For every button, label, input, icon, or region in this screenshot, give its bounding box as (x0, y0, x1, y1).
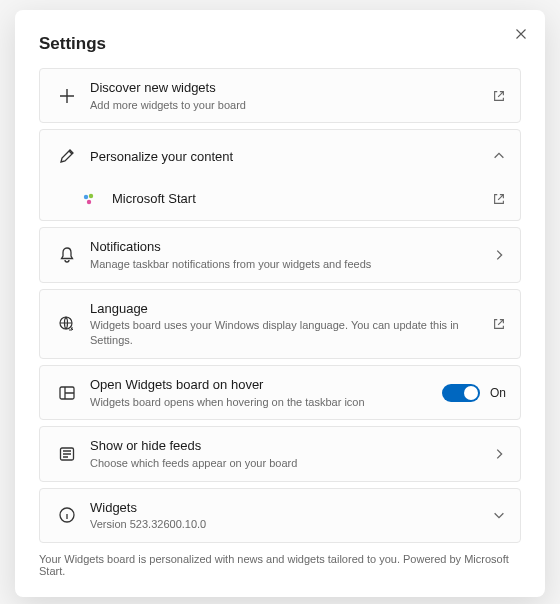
chevron-down-icon (492, 508, 506, 522)
globe-icon (50, 315, 84, 333)
row-show-hide-feeds[interactable]: Show or hide feeds Choose which feeds ap… (39, 426, 521, 481)
plus-icon (50, 87, 84, 105)
chevron-up-icon (492, 149, 506, 163)
svg-point-1 (89, 194, 93, 198)
row-open-on-hover: Open Widgets board on hover Widgets boar… (39, 365, 521, 420)
chevron-right-icon (492, 447, 506, 461)
page-title: Settings (39, 34, 521, 54)
row-subtitle: Add more widgets to your board (90, 98, 492, 113)
row-title: Open Widgets board on hover (90, 376, 442, 394)
row-subtitle: Version 523.32600.10.0 (90, 517, 492, 532)
info-icon (50, 506, 84, 524)
row-title: Discover new widgets (90, 79, 492, 97)
hover-toggle[interactable] (442, 384, 480, 402)
toggle-label: On (490, 386, 506, 400)
svg-point-2 (87, 200, 91, 204)
row-language[interactable]: Language Widgets board uses your Windows… (39, 289, 521, 359)
footer-text: Your Widgets board is personalized with … (39, 553, 521, 577)
row-title: Microsoft Start (112, 190, 492, 208)
svg-point-0 (84, 195, 88, 199)
bell-icon (50, 246, 84, 264)
row-subtitle: Widgets board uses your Windows display … (90, 318, 492, 348)
row-title: Notifications (90, 238, 492, 256)
row-subtitle: Choose which feeds appear on your board (90, 456, 492, 471)
row-title: Language (90, 300, 492, 318)
row-title: Personalize your content (90, 148, 492, 166)
close-button[interactable] (511, 24, 531, 44)
feeds-icon (50, 445, 84, 463)
chevron-right-icon (492, 248, 506, 262)
open-external-icon (492, 89, 506, 103)
row-personalize-content[interactable]: Personalize your content (39, 129, 521, 183)
row-discover-widgets[interactable]: Discover new widgets Add more widgets to… (39, 68, 521, 123)
row-title: Show or hide feeds (90, 437, 492, 455)
row-subtitle: Widgets board opens when hovering on the… (90, 395, 442, 410)
row-notifications[interactable]: Notifications Manage taskbar notificatio… (39, 227, 521, 282)
pencil-icon (50, 147, 84, 165)
row-subtitle: Manage taskbar notifications from your w… (90, 257, 492, 272)
row-title: Widgets (90, 499, 492, 517)
settings-panel: Settings Discover new widgets Add more w… (15, 10, 545, 597)
microsoft-start-icon (72, 191, 106, 207)
open-external-icon (492, 317, 506, 331)
board-icon (50, 384, 84, 402)
subrow-microsoft-start[interactable]: Microsoft Start (39, 177, 521, 221)
close-icon (515, 28, 527, 40)
open-external-icon (492, 192, 506, 206)
row-widgets-about[interactable]: Widgets Version 523.32600.10.0 (39, 488, 521, 543)
